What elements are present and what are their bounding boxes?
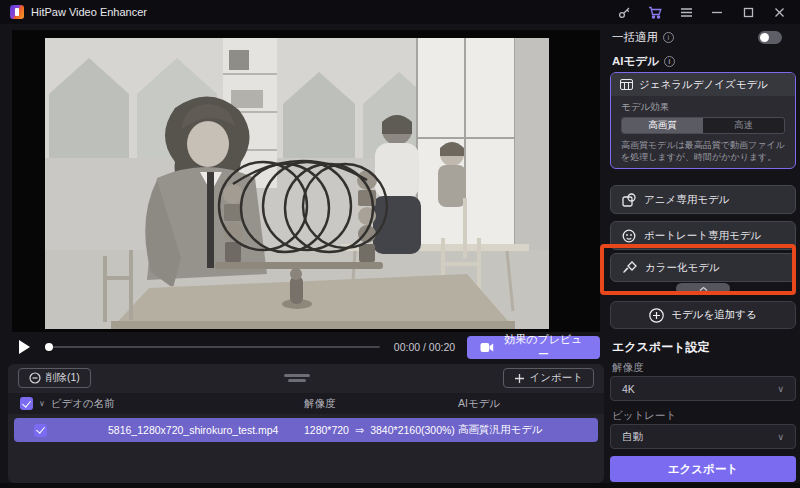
file-resolution: 1280*720 ⇒ 3840*2160(300%) (304, 418, 455, 442)
close-button[interactable] (768, 3, 790, 21)
screen-grid-icon (620, 79, 633, 90)
remove-circle-icon (29, 372, 41, 384)
tab-high-quality[interactable]: 高画質 (622, 118, 703, 133)
model-effect-label: モデル効果 (611, 96, 795, 117)
resolution-select[interactable]: 4K ∨ (610, 376, 796, 401)
play-button[interactable] (12, 337, 37, 357)
batch-apply-toggle[interactable] (758, 31, 782, 44)
collapse-models-pill[interactable] (676, 283, 730, 294)
file-row[interactable]: 5816_1280x720_shirokuro_test.mp4 1280*72… (14, 418, 598, 442)
minimize-button[interactable] (706, 3, 728, 21)
colorize-model-button[interactable]: カラー化モデル (610, 253, 796, 282)
model-card-title: ジェネラルデノイズモデル (639, 78, 768, 92)
resolution-value: 4K (622, 383, 635, 395)
model-description: 高画質モデルは最高品質で動画ファイルを処理しますが、時間がかかります。 (611, 134, 795, 168)
file-ai-model: 高画質汎用モデル (458, 418, 543, 442)
chevron-up-icon (699, 286, 708, 292)
panel-collapse-handle[interactable] (284, 374, 310, 382)
info-icon[interactable]: i (663, 32, 674, 43)
column-model-header: AIモデル (458, 393, 500, 414)
add-model-button[interactable]: モデルを追加する (610, 301, 796, 329)
file-row-checkbox[interactable] (34, 424, 47, 437)
bitrate-label: ビットレート (612, 409, 676, 423)
menu-icon[interactable] (675, 3, 697, 21)
preview-effect-button[interactable]: 効果のプレビュー (467, 336, 600, 359)
plus-circle-icon (649, 308, 664, 323)
general-denoise-model-card[interactable]: ジェネラルデノイズモデル モデル効果 高画質 高速 高画質モデルは最高品質で動画… (610, 72, 796, 169)
model-effect-tabs: 高画質 高速 (621, 117, 785, 134)
app-title: HitPaw Video Enhancer (31, 6, 147, 18)
import-button[interactable]: インポート (503, 368, 594, 388)
app-window: HitPaw Video Enhancer (0, 0, 800, 488)
column-name-header: ビデオの名前 (51, 397, 115, 411)
seek-slider[interactable] (45, 346, 379, 348)
arrow-right-icon: ⇒ (355, 424, 364, 437)
tab-high-speed[interactable]: 高速 (703, 118, 784, 133)
face-icon (622, 229, 636, 243)
play-icon (19, 340, 30, 354)
chevron-down-icon: ∨ (777, 384, 784, 394)
app-logo-icon (10, 5, 24, 19)
anime-shapes-icon (622, 193, 636, 207)
delete-button[interactable]: 削除(1) (18, 368, 91, 388)
portrait-model-button[interactable]: ポートレート専用モデル (610, 221, 796, 250)
paint-brush-icon (622, 261, 637, 275)
video-preview[interactable] (12, 30, 600, 332)
transport-bar: 00:00 / 00:20 効果のプレビュー (12, 333, 600, 361)
resolution-label: 解像度 (612, 361, 644, 375)
cart-icon[interactable] (644, 3, 666, 21)
chevron-down-icon[interactable]: ∨ (39, 399, 45, 408)
batch-apply-label: 一括適用 i (612, 30, 674, 45)
register-key-icon[interactable] (613, 3, 635, 21)
ai-model-heading: AIモデル i (612, 54, 675, 69)
file-list-panel: 削除(1) インポート ∨ ビデオの名前 解像度 AIモデル 5816_1280… (8, 364, 604, 483)
info-icon[interactable]: i (664, 56, 675, 67)
export-settings-heading: エクスポート設定 (612, 339, 709, 356)
video-frame-image (45, 38, 549, 329)
time-display: 00:00 / 00:20 (394, 341, 455, 353)
export-button[interactable]: エクスポート (610, 456, 796, 482)
file-panel-toolbar: 削除(1) インポート (8, 364, 604, 392)
videocam-icon (480, 342, 494, 353)
seek-knob[interactable] (45, 343, 53, 351)
column-resolution-header: 解像度 (304, 393, 336, 414)
bitrate-select[interactable]: 自動 ∨ (610, 424, 796, 449)
select-all-checkbox[interactable] (20, 397, 33, 410)
chevron-down-icon: ∨ (777, 432, 784, 442)
maximize-button[interactable] (737, 3, 759, 21)
file-name: 5816_1280x720_shirokuro_test.mp4 (108, 418, 278, 442)
bitrate-value: 自動 (622, 430, 643, 444)
plus-icon (514, 373, 525, 384)
window-bottom-edge (0, 483, 800, 488)
file-table-header: ∨ ビデオの名前 解像度 AIモデル (8, 393, 604, 414)
anime-model-button[interactable]: アニメ専用モデル (610, 185, 796, 214)
titlebar: HitPaw Video Enhancer (0, 0, 800, 24)
